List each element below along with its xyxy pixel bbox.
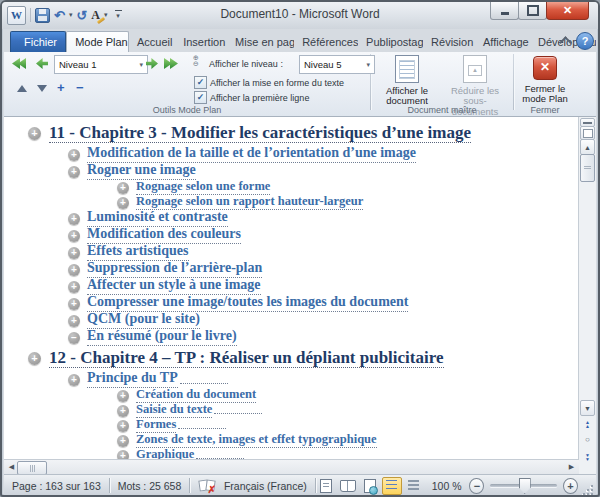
promote-icon[interactable] [36,58,48,69]
outline-item[interactable]: +QCM (pour le site) [4,312,579,329]
move-down-icon[interactable] [37,85,47,92]
outline-item[interactable]: +Compresser une image/toutes les images … [4,295,579,312]
expand-circle-icon[interactable]: + [68,281,80,293]
expand-circle-icon[interactable]: + [117,405,129,417]
show-text-formatting-checkbox[interactable]: ✓ [194,76,207,89]
outline-item[interactable]: +11 - Chapitre 3 - Modifier les caractér… [4,121,579,146]
outline-item[interactable]: +Graphique [4,448,579,459]
outline-item[interactable]: +Création du document [4,388,579,403]
minimize-ribbon-icon[interactable] [559,36,572,49]
scroll-right-icon[interactable]: ▶ [564,461,579,473]
expand-circle-icon[interactable]: + [68,213,80,225]
vertical-scrollbar[interactable]: ▲ ▼ ▲▲ ○ ▼▼ [578,117,596,474]
vertical-scroll-thumb[interactable] [580,154,595,182]
tab-affichage[interactable]: Affichage [475,32,530,52]
print-layout-view-button[interactable] [316,477,336,495]
tab-accueil[interactable]: Accueil [129,32,175,52]
expand-circle-icon[interactable]: + [68,149,80,161]
chevron-down-icon: ▾ [366,61,370,69]
demote-icon[interactable] [146,58,158,69]
outline-item[interactable]: +Effets artistiques [4,244,579,261]
restore-button[interactable] [518,2,547,20]
expand-circle-icon[interactable]: + [117,420,129,432]
scroll-down-icon[interactable]: ▼ [580,400,595,416]
close-outline-view-button[interactable]: ✕ Fermer le mode Plan [512,54,578,105]
zoom-in-icon[interactable]: + [563,478,578,494]
expand-circle-icon[interactable]: + [117,182,129,194]
previous-page-icon[interactable]: ▲▲ [580,417,595,430]
demote-to-body-icon[interactable] [164,58,178,69]
draft-view-button[interactable] [404,477,424,495]
outline-item[interactable]: −En résumé (pour le livre) [4,329,579,346]
outline-item[interactable]: +Formes [4,418,579,433]
web-layout-view-button[interactable] [360,477,380,495]
group-master-document: Afficher le document ▲ Réduire les sous-… [371,52,513,116]
zoom-slider[interactable] [490,484,557,487]
tab-insertion[interactable]: Insertion [175,32,227,52]
outline-item[interactable]: +Affecter un style à une image [4,278,579,295]
tab-fichier[interactable]: Fichier [10,31,66,52]
view-ruler-toggle[interactable] [580,126,595,140]
expand-icon[interactable]: + [57,83,65,93]
horizontal-scroll-thumb[interactable] [17,461,47,475]
show-first-line-checkbox[interactable]: ✓ [194,91,207,104]
zoom-out-icon[interactable]: − [469,478,484,494]
show-level-combobox[interactable]: Niveau 5▾ [299,55,375,74]
outline-item[interactable]: +Principe du TP [4,371,579,388]
horizontal-scrollbar[interactable]: ◀ ▶ [4,459,579,475]
outline-item[interactable]: +Luminosité et contraste [4,210,579,227]
expand-circle-icon[interactable]: + [117,197,129,209]
word-count[interactable]: Mots : 25 658 [110,480,190,492]
close-button[interactable]: ✕ [546,2,589,20]
expand-circle-icon[interactable]: + [68,374,80,386]
expand-circle-icon[interactable]: + [117,435,129,447]
show-document-button[interactable]: Afficher le document [374,54,440,107]
expand-circle-icon[interactable]: + [68,166,80,178]
expand-circle-icon[interactable]: + [28,352,41,365]
spellcheck-icon[interactable]: ✗ [198,479,214,492]
move-up-icon[interactable] [17,85,27,92]
scroll-up-icon[interactable]: ▲ [580,139,595,155]
expand-circle-icon[interactable]: + [68,247,80,259]
outline-item[interactable]: +Rognage selon un rapport hauteur-largeu… [4,195,579,210]
tab-r-vision[interactable]: Révision [423,32,475,52]
collapse-circle-icon[interactable]: − [68,332,80,344]
minimize-button[interactable] [490,2,519,20]
page-indicator[interactable]: Page : 163 sur 163 [4,480,109,492]
outline-item-text: Compresser une image/toutes les images d… [87,295,408,312]
tab-publipostag[interactable]: Publipostag [358,32,423,52]
outline-level-combobox[interactable]: Niveau 1▾ [54,55,148,74]
promote-to-heading1-icon[interactable] [12,58,26,69]
zoom-slider-thumb[interactable] [519,478,531,494]
outline-item[interactable]: +Modification de la taille et de l’orien… [4,146,579,163]
resize-grip[interactable] [582,483,593,495]
document-canvas[interactable]: +11 - Chapitre 3 - Modifier les caractér… [4,117,579,459]
outline-item[interactable]: +Modification des couleurs [4,227,579,244]
select-browse-object-icon[interactable]: ○ [580,433,595,446]
tab-mode-plan[interactable]: Mode Plan [66,31,129,52]
expand-circle-icon[interactable]: + [68,264,80,276]
outline-item[interactable]: +Rogner une image [4,163,579,180]
collapse-icon[interactable]: − [76,83,84,93]
language-indicator[interactable]: Français (France) [216,480,315,492]
tab-r-f-rences[interactable]: Références [294,32,358,52]
outline-item[interactable]: +Suppression de l’arrière-plan [4,261,579,278]
tab-mise-en-pag[interactable]: Mise en pag [227,32,294,52]
outline-item-text: Rogner une image [87,163,196,180]
expand-circle-icon[interactable]: + [117,450,129,460]
outline-item[interactable]: +Rognage selon une forme [4,180,579,195]
expand-circle-icon[interactable]: + [68,230,80,242]
expand-circle-icon[interactable]: + [117,390,129,402]
next-page-icon[interactable]: ▼▼ [580,450,595,463]
expand-circle-icon[interactable]: + [68,315,80,327]
full-screen-reading-view-button[interactable] [338,477,358,495]
outline-item[interactable]: +12 - Chapitre 4 – TP : Réaliser un dépl… [4,346,579,371]
zoom-level[interactable]: 100 % [432,480,462,492]
group-outline-tools: Niveau 1▾ + − ⊕⊖ Afficher le niveau : Ni… [4,52,370,116]
help-icon[interactable]: ? [576,32,594,50]
outline-item[interactable]: +Saisie du texte [4,403,579,418]
outline-view-button[interactable] [382,477,402,495]
expand-circle-icon[interactable]: + [68,298,80,310]
expand-circle-icon[interactable]: + [28,127,41,140]
outline-item[interactable]: +Zones de texte, images et effet typogra… [4,433,579,448]
